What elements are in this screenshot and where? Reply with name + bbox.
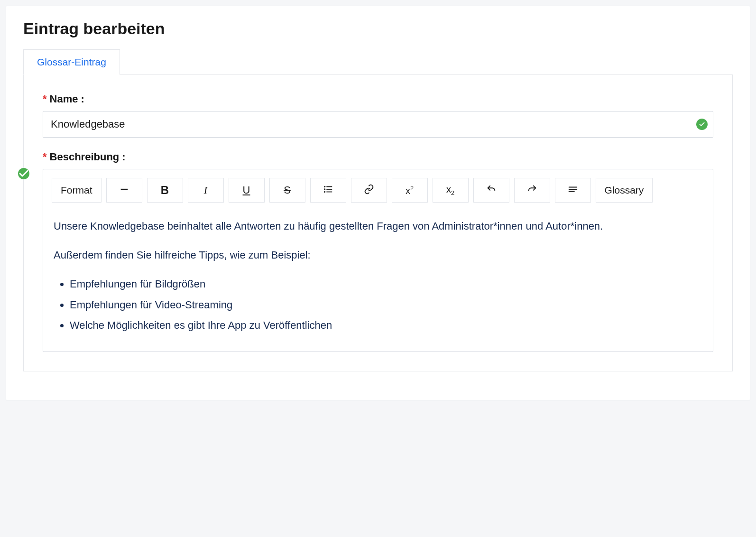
link-button[interactable] xyxy=(351,178,387,203)
editor-toolbar: Format B I U S xyxy=(52,178,704,203)
underline-icon: U xyxy=(243,184,250,196)
name-input-wrap xyxy=(43,111,713,138)
svg-rect-6 xyxy=(326,191,332,192)
tab-content: * Name : * Beschreibung : Format xyxy=(23,75,733,371)
svg-rect-4 xyxy=(326,189,332,190)
underline-button[interactable]: U xyxy=(229,178,265,203)
strikethrough-button[interactable]: S xyxy=(269,178,305,203)
bullet-list-button[interactable] xyxy=(310,178,346,203)
svg-point-1 xyxy=(324,185,325,187)
list-item: Welche Möglichkeiten es gibt Ihre App zu… xyxy=(70,317,702,333)
paragraph: Unsere Knowledgebase beinhaltet alle Ant… xyxy=(54,218,702,234)
bullet-list: Empfehlungen für Bildgrößen Empfehlungen… xyxy=(54,276,702,333)
strikethrough-icon: S xyxy=(284,184,291,196)
required-indicator: * xyxy=(43,151,47,163)
align-icon xyxy=(568,184,578,197)
checkmark-icon xyxy=(18,168,29,179)
format-dropdown[interactable]: Format xyxy=(52,178,101,203)
list-icon xyxy=(323,184,333,197)
name-input[interactable] xyxy=(43,111,713,138)
required-indicator: * xyxy=(43,93,47,105)
subscript-button[interactable]: x2 xyxy=(433,178,469,203)
description-label-text: Beschreibung : xyxy=(50,151,126,163)
undo-icon xyxy=(486,184,497,197)
page-title: Eintrag bearbeiten xyxy=(23,19,733,38)
tab-glossary-entry[interactable]: Glossar-Eintrag xyxy=(23,49,120,75)
svg-rect-2 xyxy=(326,186,332,187)
superscript-button[interactable]: x2 xyxy=(392,178,428,203)
list-item: Empfehlungen für Video-Streaming xyxy=(70,296,702,313)
undo-button[interactable] xyxy=(473,178,509,203)
redo-icon xyxy=(527,184,537,197)
paragraph: Außerdem finden Sie hilfreiche Tipps, wi… xyxy=(54,247,702,263)
editor-content-area[interactable]: Unsere Knowledgebase beinhaltet alle Ant… xyxy=(52,216,704,333)
list-item: Empfehlungen für Bildgrößen xyxy=(70,276,702,292)
italic-icon: I xyxy=(204,184,207,196)
name-label: * Name : xyxy=(43,93,713,105)
tabs: Glossar-Eintrag xyxy=(23,49,733,75)
svg-point-5 xyxy=(324,191,325,192)
name-label-text: Name : xyxy=(50,93,84,105)
checkmark-icon xyxy=(696,119,708,130)
svg-point-3 xyxy=(324,188,325,190)
subscript-icon: x2 xyxy=(446,184,454,196)
field-description: * Beschreibung : Format B I U xyxy=(43,151,713,352)
minus-icon xyxy=(119,184,129,197)
redo-button[interactable] xyxy=(514,178,550,203)
glossary-button[interactable]: Glossary xyxy=(596,178,653,203)
bold-icon: B xyxy=(161,184,169,197)
link-icon xyxy=(364,184,374,197)
italic-button[interactable]: I xyxy=(188,178,224,203)
horizontal-rule-button[interactable] xyxy=(106,178,142,203)
align-button[interactable] xyxy=(555,178,591,203)
rich-text-editor: Format B I U S xyxy=(43,169,713,352)
field-name: * Name : xyxy=(43,93,713,138)
description-label: * Beschreibung : xyxy=(43,151,713,163)
superscript-icon: x2 xyxy=(406,185,414,196)
bold-button[interactable]: B xyxy=(147,178,183,203)
edit-entry-panel: Eintrag bearbeiten Glossar-Eintrag * Nam… xyxy=(6,6,750,400)
